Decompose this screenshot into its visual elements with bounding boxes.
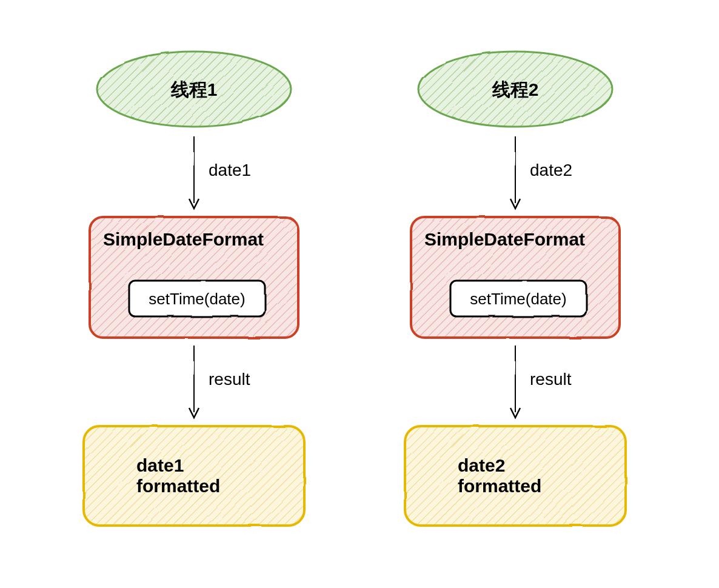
thread1-column: 线程1 date1 SimpleDateFormat setTime(date) [48, 0, 339, 530]
thread1-node: 线程1 [91, 45, 297, 133]
arrow2-left: result [48, 342, 339, 421]
diagram-canvas: 线程1 date1 SimpleDateFormat setTime(date) [0, 0, 719, 588]
thread2-node: 线程2 [412, 45, 618, 133]
output-box-left: date1 formatted [79, 421, 309, 530]
sdf-title-right: SimpleDateFormat [424, 229, 585, 250]
output-box-right: date2 formatted [400, 421, 630, 530]
output-label-right: date2 formatted [458, 455, 573, 496]
arrow2-right: result [370, 342, 661, 421]
sdf-box-right: SimpleDateFormat setTime(date) [406, 212, 624, 342]
settime-box-right: setTime(date) [449, 279, 588, 318]
thread1-label: 线程1 [171, 77, 218, 102]
output-label-left: date1 formatted [136, 455, 252, 496]
thread2-label: 线程2 [492, 77, 539, 102]
settime-label-right: setTime(date) [470, 289, 566, 308]
thread2-column: 线程2 date2 SimpleDateFormat setTime(date) [370, 0, 661, 530]
arrow1-right: date2 [370, 133, 661, 212]
arrow1-left: date1 [48, 133, 339, 212]
edge-date1-label: date1 [209, 161, 251, 180]
sdf-title-left: SimpleDateFormat [103, 229, 264, 250]
edge-result2-label: result [530, 370, 571, 389]
edge-result1-label: result [209, 370, 250, 389]
settime-box-left: setTime(date) [127, 279, 267, 318]
edge-date2-label: date2 [530, 161, 572, 180]
settime-label-left: setTime(date) [149, 289, 245, 308]
sdf-box-left: SimpleDateFormat setTime(date) [85, 212, 303, 342]
